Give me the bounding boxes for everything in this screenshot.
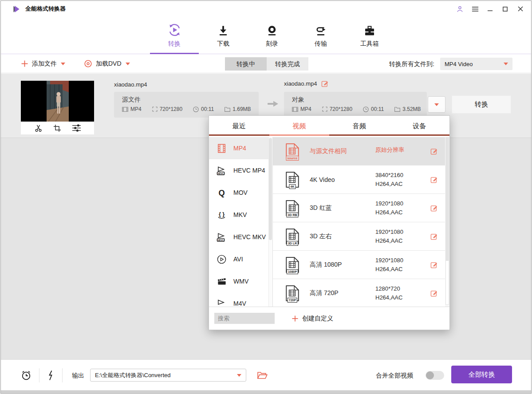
create-custom-button[interactable]: 创建自定义 (292, 315, 333, 323)
duration-chip: 00:11 (193, 106, 214, 112)
output-label: 输出 (72, 372, 84, 380)
format-item-m4v[interactable]: M4V (209, 292, 272, 307)
crop-icon[interactable] (53, 124, 61, 132)
chevron-down-icon (126, 63, 130, 65)
video-thumbnail (21, 81, 94, 134)
convert-button[interactable]: 转换 (452, 95, 511, 114)
size-chip: 1.69MB (225, 106, 251, 112)
svg-text:HEVC: HEVC (218, 172, 224, 174)
preset-list-scrollbar[interactable] (445, 137, 449, 307)
close-button[interactable] (516, 5, 524, 13)
format-chip: MP4 (122, 106, 142, 112)
source-panel-title: 源文件 (122, 96, 259, 104)
format-item-mp4[interactable]: MP4 (209, 137, 272, 159)
mp4-film-icon (216, 142, 228, 154)
titlebar: 全能格式转换器 (1, 1, 531, 17)
convert-all-button[interactable]: 全部转换 (451, 366, 512, 383)
active-nav-underline (150, 53, 199, 54)
schedule-alarm-icon[interactable] (20, 370, 32, 381)
preset-row-4k[interactable]: 4K 4K Video 3840*2160 H264,AAC (273, 165, 449, 194)
tab-audio[interactable]: 音频 (329, 116, 390, 134)
clip-toolbar (21, 122, 94, 134)
tab-converted[interactable]: 转换完成 (267, 57, 308, 71)
wmv-clapperboard-icon (216, 276, 228, 288)
user-account-icon[interactable] (456, 5, 464, 13)
window-footer-strip (1, 390, 531, 394)
target-format-dropdown-button[interactable] (428, 96, 445, 113)
trim-scissors-icon[interactable] (34, 124, 43, 132)
m4v-play-icon (216, 298, 228, 307)
plus-icon (292, 315, 298, 322)
minimize-button[interactable] (486, 5, 494, 13)
format-item-hevc-mp4[interactable]: HEVC HEVC MP4 (209, 159, 272, 181)
720p-preset-icon: 720P (285, 285, 300, 302)
nav-tab-toolbox[interactable]: 工具箱 (356, 21, 383, 48)
transfer-icon (315, 21, 327, 37)
load-dvd-button[interactable]: 加载DVD (84, 55, 130, 73)
high-speed-bolt-icon[interactable] (47, 370, 54, 381)
svg-text:HEVC: HEVC (218, 238, 224, 241)
toolbar: 添加文件 加载DVD 转换中 转换完成 转换所有文件到: MP4 Video (1, 55, 531, 73)
duration-chip: 00:11 (363, 106, 384, 112)
target-panel-title: 对象 (292, 96, 427, 104)
format-item-wmv[interactable]: WMV (209, 270, 272, 292)
film-icon (122, 107, 128, 112)
nav-tab-burn[interactable]: 刻录 (259, 21, 285, 48)
nav-tab-convert[interactable]: 转换 (161, 21, 188, 48)
format-list: MP4 HEVC HEVC MP4 Q MOV { } (209, 137, 273, 307)
resolution-icon (152, 106, 158, 112)
open-output-folder-icon[interactable] (257, 371, 268, 379)
tab-video[interactable]: 视频 (269, 116, 330, 134)
tab-device[interactable]: 设备 (390, 116, 450, 134)
format-item-mkv[interactable]: { } MKV (209, 204, 272, 226)
edit-preset-icon[interactable] (430, 289, 438, 297)
edit-preset-icon[interactable] (430, 147, 438, 155)
preset-row-source[interactable]: source 与源文件相同 原始分辨率 (273, 137, 449, 165)
4k-preset-icon: 4K (285, 171, 300, 188)
1080p-preset-icon: 1080P (285, 256, 300, 273)
format-chip: MP4 (292, 106, 311, 112)
clock-icon (193, 106, 199, 112)
tab-recent[interactable]: 最近 (209, 116, 269, 134)
bottom-bar: 输出 E:\全能格式转换器\Converted 合并全部视频 全部转换 (1, 359, 531, 390)
tab-converting[interactable]: 转换中 (225, 57, 267, 71)
window-controls (456, 1, 524, 17)
convert-status-tabs: 转换中 转换完成 (225, 57, 308, 71)
app-title: 全能格式转换器 (25, 5, 66, 13)
menu-icon[interactable] (471, 5, 479, 13)
edit-preset-icon[interactable] (430, 261, 438, 268)
nav-tab-transfer[interactable]: 传输 (307, 21, 334, 48)
format-item-hevc-mkv[interactable]: HEVC HEVC MKV (209, 226, 272, 248)
edit-preset-icon[interactable] (430, 232, 438, 240)
format-picker-popup: 最近 视频 音频 设备 MP4 HEVC HEVC MP4 (209, 115, 450, 330)
nav-tab-download[interactable]: 下载 (210, 21, 236, 48)
app-logo-icon (12, 5, 21, 13)
dvd-icon (84, 60, 92, 67)
search-input[interactable] (214, 313, 275, 324)
thumbnail-preview (21, 81, 94, 122)
rename-edit-icon[interactable] (321, 80, 329, 87)
merge-all-label: 合并全部视频 (376, 372, 413, 380)
output-path-select[interactable]: E:\全能格式转换器\Converted (90, 369, 246, 382)
merge-all-toggle[interactable] (426, 371, 444, 380)
preset-row-3d-lr[interactable]: 3D LR 3D 左右 1920*1080 H264,AAC (273, 222, 449, 251)
avi-play-circle-icon (216, 253, 228, 265)
output-format-select[interactable]: MP4 Video (440, 58, 512, 70)
format-list-scrollbar[interactable] (268, 137, 272, 307)
svg-text:{ }: { } (219, 211, 225, 217)
main-nav: 转换 下载 刻录 (1, 17, 531, 54)
format-item-avi[interactable]: AVI (209, 248, 272, 270)
add-file-button[interactable]: 添加文件 (21, 55, 65, 73)
preset-row-720p[interactable]: 720P 高清 720P 1280*720 H264,AAC (273, 279, 449, 307)
format-item-mov[interactable]: Q MOV (209, 181, 272, 204)
maximize-button[interactable] (501, 5, 509, 13)
edit-preset-icon[interactable] (430, 176, 438, 183)
preset-row-1080p[interactable]: 1080P 高清 1080P 1920*1080 H264,AAC (273, 251, 449, 279)
source-info-panel: 源文件 MP4 720*1280 00:11 (114, 92, 259, 118)
preset-row-3d-rb[interactable]: 3D RB 3D 红蓝 1920*1080 H264,AAC (273, 194, 449, 222)
app-window: 全能格式转换器 (0, 0, 532, 394)
convert-icon (167, 21, 182, 37)
toggle-knob (426, 371, 434, 379)
effects-sliders-icon[interactable] (72, 124, 81, 132)
edit-preset-icon[interactable] (430, 204, 438, 212)
